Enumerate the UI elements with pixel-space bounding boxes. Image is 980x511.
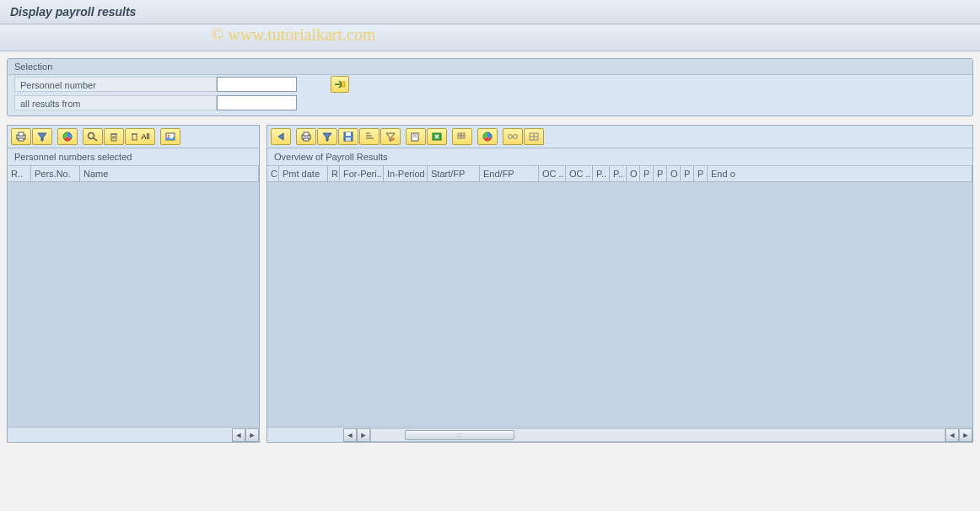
chart-button[interactable] — [57, 128, 78, 145]
right-panel-title: Overview of Payroll Results — [267, 148, 972, 166]
svg-rect-3 — [19, 138, 24, 141]
results-from-label: all results from — [14, 95, 217, 110]
col-startfp[interactable]: Start/FP — [428, 166, 480, 181]
personnel-row: Personnel number — [8, 75, 972, 94]
right-scrollbar: ◄ ► ::: ◄ ► — [267, 427, 972, 442]
col-o1[interactable]: O — [627, 166, 640, 181]
glasses-button[interactable] — [503, 128, 523, 145]
grid-button[interactable] — [524, 128, 544, 145]
col-p4[interactable]: P — [654, 166, 667, 181]
col-endfp[interactable]: End/FP — [480, 166, 539, 181]
sort-asc-button[interactable] — [359, 128, 380, 145]
scroll-right-button-r[interactable]: ► — [357, 428, 370, 442]
left-panel-title: Personnel numbers selected — [8, 148, 259, 166]
scroll-right-end-button[interactable]: ► — [959, 428, 972, 442]
back-button[interactable] — [271, 128, 291, 145]
selection-header: Selection — [8, 59, 972, 75]
right-grid-header: C Pmt date R For-Peri.. In-Period Start/… — [267, 166, 972, 182]
col-r2[interactable]: R — [328, 166, 340, 181]
selection-panel: Selection Personnel number all results f… — [7, 58, 973, 116]
print-button-r[interactable] — [296, 128, 316, 145]
left-scrollbar: ◄ ► — [8, 427, 259, 442]
main-grid: All Personnel numbers selected R.. Pers.… — [7, 125, 973, 443]
svg-rect-11 — [132, 134, 137, 140]
col-inperiod[interactable]: In-Period — [384, 166, 428, 181]
svg-line-6 — [94, 138, 97, 141]
results-from-row: all results from — [8, 94, 972, 112]
left-panel: All Personnel numbers selected R.. Pers.… — [7, 125, 260, 443]
svg-point-24 — [391, 137, 395, 141]
col-o2[interactable]: O — [667, 166, 681, 181]
col-oc1[interactable]: OC .. — [539, 166, 566, 181]
left-grid-header: R.. Pers.No. Name — [8, 166, 259, 182]
scroll-left-button-r[interactable]: ◄ — [343, 428, 357, 442]
export-button[interactable] — [406, 128, 426, 145]
results-from-input[interactable] — [217, 95, 297, 110]
svg-point-35 — [514, 135, 518, 139]
svg-rect-2 — [19, 132, 24, 136]
delete-all-button[interactable]: All — [125, 128, 155, 145]
svg-rect-16 — [304, 132, 309, 136]
delete-all-label: All — [141, 132, 149, 141]
right-grid-body — [267, 182, 972, 427]
save-button[interactable] — [338, 128, 358, 145]
svg-rect-17 — [304, 138, 309, 141]
col-p1[interactable]: P.. — [593, 166, 610, 181]
svg-rect-31 — [458, 136, 461, 138]
layout-button[interactable] — [160, 128, 180, 145]
filter-button[interactable] — [32, 128, 52, 145]
print-button[interactable] — [11, 128, 31, 145]
right-panel: Overview of Payroll Results C Pmt date R… — [267, 125, 973, 443]
right-toolbar — [267, 126, 972, 148]
excel-button[interactable] — [427, 128, 447, 145]
svg-point-5 — [89, 133, 94, 139]
col-r[interactable]: R.. — [8, 166, 31, 181]
scroll-left-end-button[interactable]: ◄ — [945, 428, 959, 442]
filter-button-r[interactable] — [317, 128, 337, 145]
col-p6[interactable]: P — [694, 166, 708, 181]
scroll-track[interactable]: ::: — [370, 428, 945, 442]
delete-button[interactable] — [104, 128, 124, 145]
svg-point-34 — [509, 135, 513, 139]
col-oc2[interactable]: OC .. — [566, 166, 593, 181]
svg-rect-32 — [461, 136, 465, 138]
col-p5[interactable]: P — [681, 166, 694, 181]
svg-rect-0 — [342, 82, 345, 87]
col-p3[interactable]: P — [640, 166, 654, 181]
col-p2[interactable]: P.. — [610, 166, 627, 181]
col-name[interactable]: Name — [80, 166, 259, 181]
chart-button-r[interactable] — [477, 128, 498, 145]
col-forperi[interactable]: For-Peri.. — [340, 166, 384, 181]
col-pmtdate[interactable]: Pmt date — [279, 166, 328, 181]
svg-rect-20 — [346, 137, 351, 141]
find-button[interactable] — [83, 128, 103, 145]
col-endo[interactable]: End o — [708, 166, 972, 181]
svg-rect-7 — [111, 134, 116, 141]
svg-rect-19 — [346, 132, 351, 136]
col-c[interactable]: C — [267, 166, 279, 181]
menu-spacer — [0, 24, 980, 51]
content: Selection Personnel number all results f… — [0, 51, 980, 449]
sort-desc-button[interactable] — [380, 128, 401, 145]
personnel-number-label: Personnel number — [14, 77, 217, 92]
multiple-selection-button[interactable] — [331, 76, 349, 93]
scroll-right-button[interactable]: ► — [245, 428, 259, 442]
scroll-left-button[interactable]: ◄ — [232, 428, 245, 442]
scroll-thumb[interactable]: ::: — [405, 430, 514, 440]
page-title: Display payroll results — [0, 0, 980, 24]
col-persno[interactable]: Pers.No. — [31, 166, 80, 181]
left-toolbar: All — [8, 126, 259, 148]
personnel-number-input[interactable] — [217, 77, 297, 92]
sum-button[interactable] — [452, 128, 472, 145]
left-grid-body — [8, 182, 259, 427]
